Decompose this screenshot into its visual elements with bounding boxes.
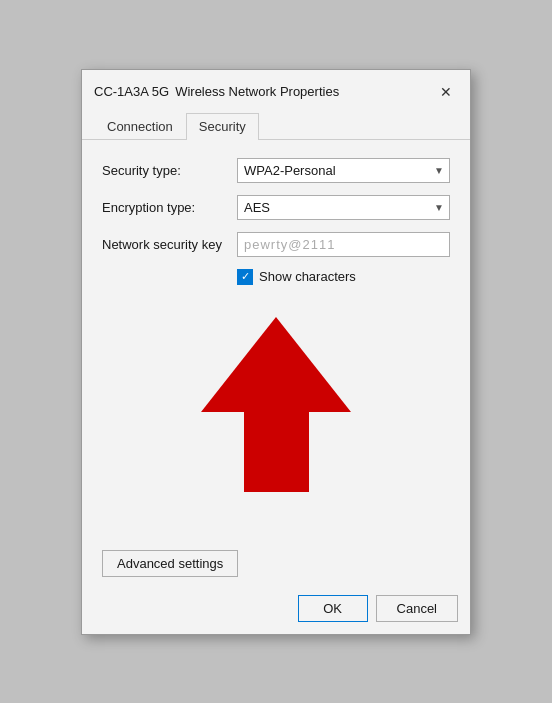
security-type-row: Security type: WPA2-Personal WPA3-Person… (102, 158, 450, 183)
network-key-label: Network security key (102, 237, 237, 252)
up-arrow-icon (201, 317, 351, 492)
encryption-type-label: Encryption type: (102, 200, 237, 215)
tab-content: Security type: WPA2-Personal WPA3-Person… (82, 140, 470, 540)
security-type-control: WPA2-Personal WPA3-Personal WPA2/WPA3-Pe… (237, 158, 450, 183)
title-bar: CC-1A3A 5G Wireless Network Properties ✕ (82, 70, 470, 104)
security-type-label: Security type: (102, 163, 237, 178)
tab-security[interactable]: Security (186, 113, 259, 140)
network-key-control (237, 232, 450, 257)
network-name: CC-1A3A 5G (94, 84, 169, 99)
ok-button[interactable]: OK (298, 595, 368, 622)
security-type-select[interactable]: WPA2-Personal WPA3-Personal WPA2/WPA3-Pe… (237, 158, 450, 183)
title-label: Wireless Network Properties (175, 84, 339, 99)
wireless-network-properties-dialog: CC-1A3A 5G Wireless Network Properties ✕… (81, 69, 471, 635)
arrow-head (201, 317, 351, 412)
tab-connection[interactable]: Connection (94, 113, 186, 140)
checkmark-icon: ✓ (241, 271, 250, 282)
advanced-settings-button[interactable]: Advanced settings (102, 550, 238, 577)
show-characters-label: Show characters (259, 269, 356, 284)
network-key-input[interactable] (237, 232, 450, 257)
title-text: CC-1A3A 5G Wireless Network Properties (94, 84, 339, 99)
encryption-type-control: AES TKIP ▼ (237, 195, 450, 220)
show-characters-checkbox-wrapper[interactable]: ✓ Show characters (237, 269, 356, 285)
encryption-type-row: Encryption type: AES TKIP ▼ (102, 195, 450, 220)
encryption-type-select[interactable]: AES TKIP (237, 195, 450, 220)
show-characters-row: ✓ Show characters (237, 269, 450, 285)
close-button[interactable]: ✕ (434, 80, 458, 104)
tab-bar: Connection Security (82, 104, 470, 140)
show-characters-checkbox[interactable]: ✓ (237, 269, 253, 285)
arrow-annotation (102, 297, 450, 522)
network-key-row: Network security key (102, 232, 450, 257)
arrow-shaft (244, 412, 309, 492)
cancel-button[interactable]: Cancel (376, 595, 458, 622)
advanced-section: Advanced settings (82, 540, 470, 587)
dialog-footer: OK Cancel (82, 587, 470, 634)
